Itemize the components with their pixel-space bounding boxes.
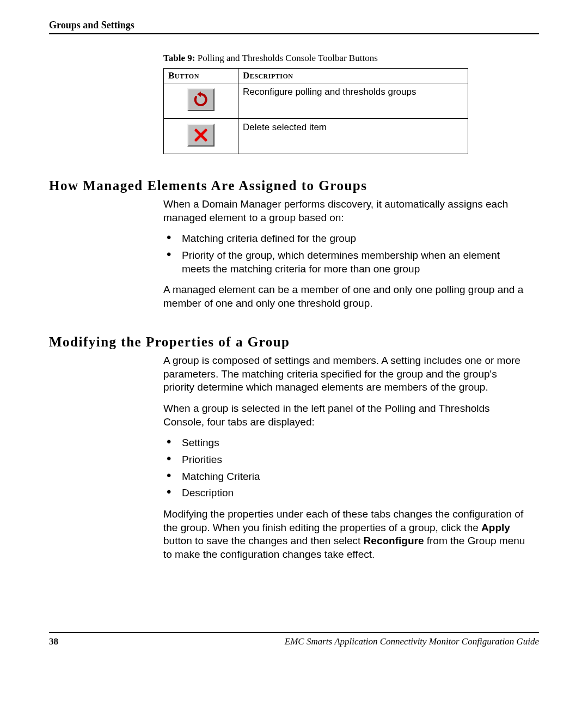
section2-body: A group is composed of settings and memb…	[163, 354, 528, 562]
table-row: Reconfigure polling and thresholds group…	[164, 83, 468, 119]
arrow-reload-icon	[187, 88, 215, 111]
button-cell	[164, 119, 238, 154]
para: Modifying the properties under each of t…	[163, 508, 528, 562]
table-caption-text: Polling and Thresholds Console Toolbar B…	[198, 53, 378, 63]
table-area: Table 9: Polling and Thresholds Console …	[163, 53, 468, 154]
table-row: Delete selected item	[164, 119, 468, 154]
section1-body: When a Domain Manager performs discovery…	[163, 198, 528, 311]
para: When a group is selected in the left pan…	[163, 402, 528, 429]
section-heading-assigned: How Managed Elements Are Assigned to Gro…	[49, 178, 539, 193]
list-item: Description	[163, 486, 528, 500]
text: button to save the changes and then sele…	[163, 535, 364, 546]
page-footer: 38 EMC Smarts Application Connectivity M…	[49, 632, 539, 647]
page: Groups and Settings Table 9: Polling and…	[0, 0, 588, 706]
desc-cell: Delete selected item	[238, 119, 468, 154]
section-heading-modifying: Modifying the Properties of a Group	[49, 334, 539, 350]
table-caption: Table 9: Polling and Thresholds Console …	[163, 53, 468, 64]
button-cell	[164, 83, 238, 119]
x-delete-icon	[187, 124, 215, 147]
desc-cell: Reconfigure polling and thresholds group…	[238, 83, 468, 119]
para: A group is composed of settings and memb…	[163, 354, 528, 394]
th-description: Description	[238, 69, 468, 83]
page-header: Groups and Settings	[49, 20, 539, 34]
table-caption-label: Table 9:	[163, 53, 195, 63]
header-title: Groups and Settings	[49, 20, 134, 31]
para: When a Domain Manager performs discovery…	[163, 198, 528, 224]
list-item: Matching Criteria	[163, 470, 528, 484]
text: Modifying the properties under each of t…	[163, 508, 523, 533]
apply-label: Apply	[481, 522, 510, 533]
toolbar-buttons-table: Button Description Reconfigure polli	[163, 68, 468, 154]
list-item: Priority of the group, which determines …	[163, 249, 528, 276]
bullet-list: Settings Priorities Matching Criteria De…	[163, 436, 528, 500]
th-button: Button	[164, 69, 238, 83]
bullet-list: Matching criteria defined for the group …	[163, 232, 528, 276]
list-item: Matching criteria defined for the group	[163, 232, 528, 246]
footer-doc-title: EMC Smarts Application Connectivity Moni…	[285, 636, 539, 647]
list-item: Priorities	[163, 453, 528, 467]
para: A managed element can be a member of one…	[163, 283, 528, 310]
list-item: Settings	[163, 436, 528, 450]
page-number: 38	[49, 636, 58, 647]
reconfigure-label: Reconfigure	[364, 535, 424, 546]
